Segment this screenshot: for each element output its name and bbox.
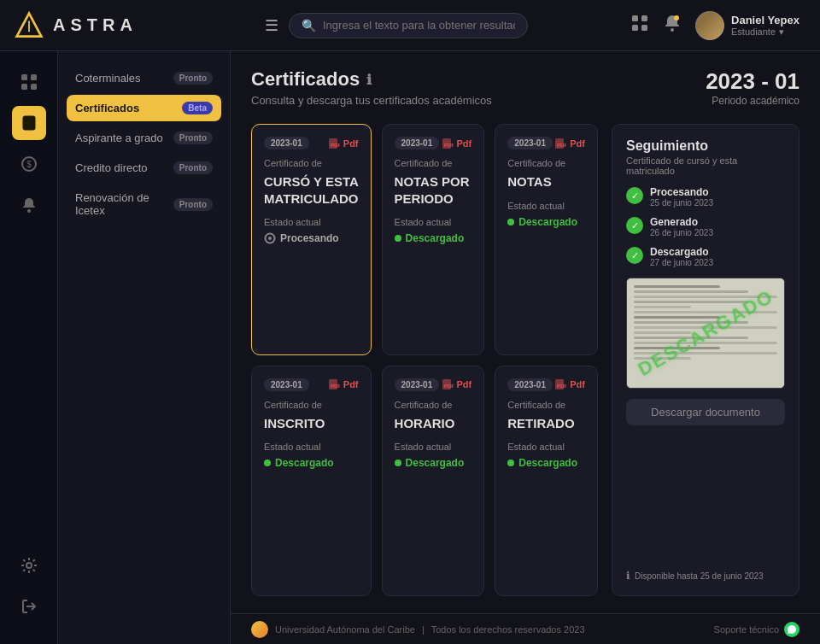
svg-rect-11 bbox=[31, 84, 37, 90]
tracking-panel: Seguimiento Certificado de cursó y esta … bbox=[612, 124, 800, 596]
sidebar-item-icetex[interactable]: Renovación de Icetex Pronto bbox=[67, 184, 221, 224]
cert-card-2[interactable]: 2023-01 PDF Pdf Certificado de NOTAS Est… bbox=[495, 124, 598, 355]
period-display: 2023 - 01 Periodo académico bbox=[706, 68, 800, 107]
card-status-label-0: Estado actual bbox=[264, 217, 359, 227]
step-name-0: Procesando bbox=[650, 186, 713, 198]
notification-button[interactable] bbox=[663, 14, 682, 37]
doc-preview-inner: DESCARGADO bbox=[627, 278, 784, 388]
step-date-2: 27 de junio 2023 bbox=[650, 258, 713, 267]
card-pdf-5[interactable]: PDF Pdf bbox=[554, 378, 585, 390]
sidebar-item-aspirante[interactable]: Aspirante a grado Pronto bbox=[67, 125, 221, 151]
astra-logo-icon bbox=[14, 10, 44, 41]
svg-text:PDF: PDF bbox=[444, 143, 454, 148]
step-date-1: 26 de junio 2023 bbox=[650, 228, 713, 237]
cards-layout: 2023-01 PDF Pdf Certificado de CURSÓ Y E… bbox=[231, 115, 820, 613]
card-title-2: NOTAS bbox=[507, 173, 585, 190]
step-content-1: Generado 26 de junio 2023 bbox=[650, 216, 713, 237]
hamburger-button[interactable]: ☰ bbox=[261, 13, 282, 38]
info-icon: ℹ bbox=[366, 72, 372, 88]
step-icon-0: ✓ bbox=[626, 187, 643, 204]
sidebar: $ bbox=[0, 51, 231, 644]
top-header: ASTRA ☰ 🔍 bbox=[0, 0, 820, 51]
card-pdf-0[interactable]: PDF Pdf bbox=[328, 138, 359, 149]
card-status-5: Descargado bbox=[507, 457, 585, 469]
cert-card-5[interactable]: 2023-01 PDF Pdf Certificado de RETIRADO … bbox=[495, 366, 598, 597]
card-pdf-3[interactable]: PDF Pdf bbox=[328, 378, 359, 390]
footer-rights: Todos los derechos reservados 2023 bbox=[431, 624, 585, 635]
svg-point-19 bbox=[26, 563, 32, 568]
sidebar-icon-file[interactable] bbox=[12, 106, 46, 140]
svg-point-6 bbox=[671, 28, 674, 32]
search-box: 🔍 bbox=[289, 13, 528, 38]
university-logo bbox=[251, 621, 268, 638]
card-status-label-2: Estado actual bbox=[507, 201, 585, 211]
header-right: ☰ 🔍 bbox=[255, 11, 806, 40]
card-period-0: 2023-01 bbox=[264, 137, 309, 149]
card-label-1: Certificado de bbox=[395, 158, 472, 168]
tracking-title: Seguimiento bbox=[626, 138, 785, 154]
card-status-1: Descargado bbox=[395, 232, 472, 244]
cert-card-0[interactable]: 2023-01 PDF Pdf Certificado de CURSÓ Y E… bbox=[251, 124, 372, 355]
sidebar-icon-logout[interactable] bbox=[12, 589, 46, 624]
sidebar-icon-coin[interactable]: $ bbox=[12, 147, 46, 181]
sidebar-item-certificados[interactable]: Certificados Beta bbox=[67, 95, 221, 121]
sidebar-icon-bell[interactable] bbox=[12, 188, 46, 222]
step-content-0: Procesando 25 de junio 2023 bbox=[650, 186, 713, 208]
footer-left: Universidad Autónoma del Caribe | Todos … bbox=[251, 621, 585, 638]
card-pdf-1[interactable]: PDF Pdf bbox=[442, 138, 472, 149]
card-status-2: Descargado bbox=[507, 216, 585, 228]
user-details: Daniel Yepex Estudiante ▾ bbox=[731, 14, 800, 38]
cert-card-1[interactable]: 2023-01 PDF Pdf Certificado de NOTAS POR… bbox=[382, 124, 485, 355]
card-status-label-4: Estado actual bbox=[395, 442, 472, 452]
card-status-label-5: Estado actual bbox=[507, 442, 585, 452]
doc-line bbox=[634, 316, 720, 319]
doc-line bbox=[634, 285, 720, 288]
body-layout: $ bbox=[0, 51, 820, 644]
search-icon: 🔍 bbox=[302, 19, 316, 32]
logo-text: ASTRA bbox=[53, 15, 138, 35]
doc-line bbox=[634, 290, 748, 293]
card-title-5: RETIRADO bbox=[507, 415, 585, 432]
card-label-2: Certificado de bbox=[507, 158, 585, 168]
support-label: Soporte técnico bbox=[714, 624, 779, 635]
svg-rect-5 bbox=[641, 25, 647, 31]
sidebar-item-credito[interactable]: Credito directo Pronto bbox=[67, 155, 221, 181]
svg-text:PDF: PDF bbox=[331, 143, 340, 148]
card-title-4: HORARIO bbox=[395, 415, 472, 432]
search-input[interactable] bbox=[323, 19, 515, 32]
card-title-3: INSCRITO bbox=[264, 415, 359, 432]
user-info[interactable]: Daniel Yepex Estudiante ▾ bbox=[695, 11, 800, 40]
svg-rect-10 bbox=[21, 84, 27, 90]
card-top-4: 2023-01 PDF Pdf bbox=[395, 378, 472, 391]
whatsapp-icon[interactable] bbox=[784, 622, 800, 637]
card-top-0: 2023-01 PDF Pdf bbox=[264, 137, 359, 149]
content-header: Certificados ℹ Consulta y descarga tus c… bbox=[231, 51, 820, 115]
svg-rect-4 bbox=[632, 25, 638, 31]
card-period-1: 2023-01 bbox=[395, 137, 440, 149]
svg-text:PDF: PDF bbox=[444, 383, 454, 389]
sidebar-icon-grid[interactable] bbox=[12, 65, 46, 99]
svg-rect-9 bbox=[31, 74, 37, 80]
card-pdf-2[interactable]: PDF Pdf bbox=[554, 138, 585, 149]
svg-rect-3 bbox=[641, 15, 647, 21]
cert-card-3[interactable]: 2023-01 PDF Pdf Certificado de INSCRITO … bbox=[251, 366, 372, 597]
sidebar-icon-settings[interactable] bbox=[12, 548, 46, 583]
step-name-2: Descargado bbox=[650, 246, 713, 258]
grid-view-button[interactable] bbox=[630, 14, 649, 37]
card-top-2: 2023-01 PDF Pdf bbox=[507, 137, 585, 149]
cert-card-4[interactable]: 2023-01 PDF Pdf Certificado de HORARIO E… bbox=[382, 366, 485, 597]
card-label-4: Certificado de bbox=[395, 400, 472, 410]
tracking-step-2: ✓ Descargado 27 de junio 2023 bbox=[626, 246, 785, 267]
svg-point-18 bbox=[27, 209, 31, 213]
svg-text:$: $ bbox=[26, 160, 32, 169]
download-document-button[interactable]: Descargar documento bbox=[626, 399, 785, 425]
sidebar-item-coterminales[interactable]: Coterminales Pronto bbox=[67, 65, 221, 91]
svg-point-7 bbox=[674, 15, 679, 20]
period-label: Periodo académico bbox=[706, 95, 800, 107]
tracking-steps: ✓ Procesando 25 de junio 2023 ✓ Generado… bbox=[626, 186, 785, 267]
card-label-5: Certificado de bbox=[507, 400, 585, 410]
page-title: Certificados ℹ bbox=[251, 68, 492, 91]
svg-rect-2 bbox=[632, 15, 638, 21]
card-top-3: 2023-01 PDF Pdf bbox=[264, 378, 359, 391]
card-pdf-4[interactable]: PDF Pdf bbox=[442, 378, 472, 390]
